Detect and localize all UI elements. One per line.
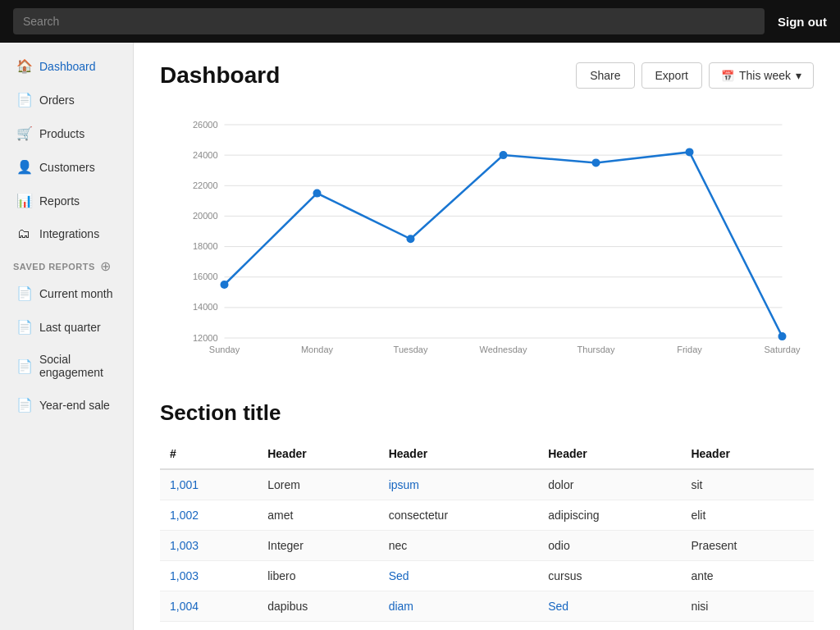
customers-icon: 👤 bbox=[16, 159, 31, 175]
reports-icon: 📊 bbox=[16, 193, 31, 208]
svg-text:Wednesday: Wednesday bbox=[480, 345, 527, 354]
table-header-row: # Header Header Header Header bbox=[160, 439, 814, 469]
cell-col2: nec bbox=[379, 531, 539, 561]
sidebar-item-current-month[interactable]: 📄 Current month bbox=[3, 277, 130, 309]
header-actions: Share Export 📅 This week ▾ bbox=[576, 62, 814, 89]
svg-text:Tuesday: Tuesday bbox=[394, 345, 428, 354]
chevron-down-icon: ▾ bbox=[796, 69, 801, 82]
svg-text:14000: 14000 bbox=[193, 302, 218, 312]
report-icon-current: 📄 bbox=[16, 285, 31, 301]
saved-reports-section: SAVED REPORTS ⊕ bbox=[0, 250, 133, 276]
sidebar-item-dashboard[interactable]: 🏠 Dashboard bbox=[3, 50, 130, 82]
sidebar-item-customers[interactable]: 👤 Customers bbox=[3, 151, 130, 183]
integrations-icon: 🗂 bbox=[16, 226, 31, 241]
sidebar-label-current-month: Current month bbox=[39, 287, 112, 300]
svg-text:18000: 18000 bbox=[193, 241, 218, 251]
search-input[interactable] bbox=[13, 8, 765, 34]
sidebar: 🏠 Dashboard 📄 Orders 🛒 Products 👤 Custom… bbox=[0, 43, 134, 630]
add-saved-report-button[interactable]: ⊕ bbox=[100, 260, 111, 273]
svg-text:Thursday: Thursday bbox=[578, 345, 615, 354]
cell-col2: Sed bbox=[379, 561, 539, 591]
cell-num: 1,004 bbox=[160, 591, 258, 622]
table-row: 1,002 amet consectetur adipiscing elit bbox=[160, 500, 814, 531]
svg-text:26000: 26000 bbox=[193, 120, 218, 130]
export-button[interactable]: Export bbox=[641, 62, 702, 89]
saved-reports-label: SAVED REPORTS bbox=[13, 262, 95, 272]
table-row: 1,003 Integer nec odio Praesent bbox=[160, 531, 814, 561]
svg-text:20000: 20000 bbox=[193, 211, 218, 221]
cell-num: 1,001 bbox=[160, 469, 258, 500]
sidebar-item-integrations[interactable]: 🗂 Integrations bbox=[3, 218, 130, 249]
cell-col3: cursus bbox=[538, 561, 681, 591]
svg-text:Saturday: Saturday bbox=[764, 345, 801, 354]
page-title: Dashboard bbox=[160, 62, 280, 89]
section-title: Section title bbox=[160, 400, 814, 426]
svg-text:Sunday: Sunday bbox=[209, 345, 240, 354]
period-selector-button[interactable]: 📅 This week ▾ bbox=[709, 62, 814, 89]
svg-text:12000: 12000 bbox=[193, 333, 218, 343]
cell-col1: Lorem bbox=[258, 469, 378, 500]
cell-col4: ante bbox=[681, 561, 814, 591]
table-row: 1,004 dapibus diam Sed nisi bbox=[160, 591, 814, 622]
table-header-2: Header bbox=[379, 439, 539, 469]
svg-text:Friday: Friday bbox=[677, 345, 702, 354]
table-header-3: Header bbox=[538, 439, 681, 469]
sidebar-item-social-engagement[interactable]: 📄 Social engagement bbox=[3, 345, 130, 387]
sidebar-label-year-end-sale: Year-end sale bbox=[39, 399, 110, 412]
svg-text:22000: 22000 bbox=[193, 180, 218, 190]
home-icon: 🏠 bbox=[16, 58, 31, 74]
sidebar-label-last-quarter: Last quarter bbox=[39, 321, 101, 334]
table-header-num: # bbox=[160, 439, 258, 469]
main-header: Dashboard Share Export 📅 This week ▾ bbox=[160, 62, 814, 89]
sidebar-item-reports[interactable]: 📊 Reports bbox=[3, 185, 130, 217]
sidebar-label-customers: Customers bbox=[39, 161, 95, 174]
topbar: Sign out bbox=[0, 0, 840, 43]
sidebar-label-social-engagement: Social engagement bbox=[39, 353, 116, 379]
svg-text:Monday: Monday bbox=[301, 345, 334, 354]
svg-point-24 bbox=[313, 189, 322, 198]
report-icon-last-quarter: 📄 bbox=[16, 319, 31, 335]
cell-col3: adipiscing bbox=[538, 500, 681, 531]
svg-point-28 bbox=[686, 148, 694, 156]
cell-col3: odio bbox=[538, 531, 681, 561]
share-button[interactable]: Share bbox=[576, 62, 634, 89]
cell-col2: diam bbox=[379, 591, 539, 622]
period-label: This week bbox=[739, 69, 791, 82]
cell-col2: consectetur bbox=[379, 500, 539, 531]
cell-num: 1,002 bbox=[160, 500, 258, 531]
sidebar-item-last-quarter[interactable]: 📄 Last quarter bbox=[3, 311, 130, 343]
svg-text:24000: 24000 bbox=[193, 150, 218, 160]
cell-num: 1,003 bbox=[160, 561, 258, 591]
cell-col1: Integer bbox=[258, 531, 378, 561]
sidebar-item-products[interactable]: 🛒 Products bbox=[3, 117, 130, 149]
cell-num: 1,003 bbox=[160, 531, 258, 561]
cell-col4: nisi bbox=[681, 591, 814, 622]
signout-label: Sign out bbox=[778, 15, 827, 29]
report-icon-year-end: 📄 bbox=[16, 397, 31, 413]
cell-col1: amet bbox=[258, 500, 378, 531]
svg-point-25 bbox=[407, 235, 415, 243]
sidebar-item-year-end-sale[interactable]: 📄 Year-end sale bbox=[3, 389, 130, 421]
main-layout: 🏠 Dashboard 📄 Orders 🛒 Products 👤 Custom… bbox=[0, 43, 840, 630]
signout-button[interactable]: Sign out bbox=[778, 15, 827, 29]
cell-col2: ipsum bbox=[379, 469, 539, 500]
orders-icon: 📄 bbox=[16, 92, 31, 107]
main-content: Dashboard Share Export 📅 This week ▾ .gr… bbox=[134, 43, 840, 630]
line-chart: .grid-line { stroke: #e0e0e0; stroke-wid… bbox=[160, 108, 814, 371]
data-table: # Header Header Header Header 1,001 Lore… bbox=[160, 439, 814, 622]
table-row: 1,001 Lorem ipsum dolor sit bbox=[160, 469, 814, 500]
sidebar-label-reports: Reports bbox=[39, 194, 80, 208]
calendar-icon: 📅 bbox=[721, 70, 734, 82]
table-header-4: Header bbox=[681, 439, 814, 469]
svg-point-26 bbox=[500, 151, 508, 159]
products-icon: 🛒 bbox=[16, 126, 31, 141]
table-header-1: Header bbox=[258, 439, 378, 469]
cell-col3: dolor bbox=[538, 469, 681, 500]
cell-col3: Sed bbox=[538, 591, 681, 622]
sidebar-label-integrations: Integrations bbox=[39, 227, 99, 240]
cell-col4: sit bbox=[681, 469, 814, 500]
sidebar-item-orders[interactable]: 📄 Orders bbox=[3, 84, 130, 116]
report-icon-social: 📄 bbox=[16, 358, 31, 374]
svg-point-23 bbox=[221, 281, 229, 289]
sidebar-label-orders: Orders bbox=[39, 94, 75, 107]
